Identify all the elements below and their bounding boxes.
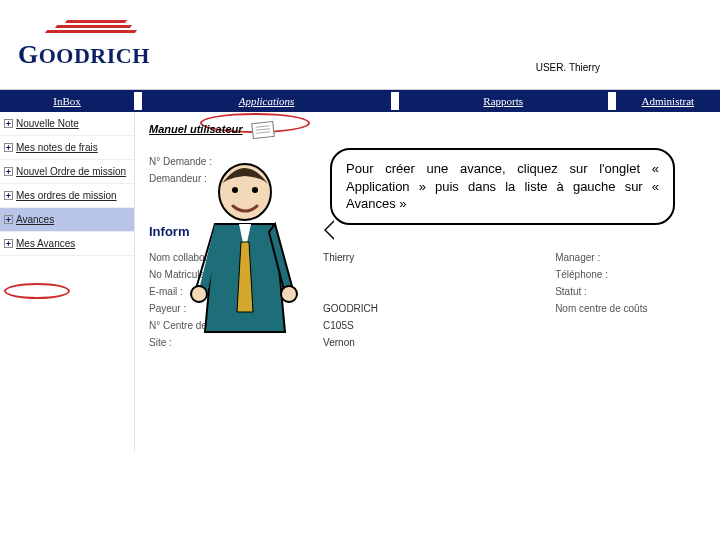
sidebar-item-mes-avances[interactable]: + Mes Avances [0, 232, 134, 256]
navbar: InBox Applications Rapports Administrat [0, 90, 720, 112]
tab-inbox[interactable]: InBox [0, 92, 134, 110]
svg-point-1 [232, 187, 238, 193]
sidebar-item-label: Mes notes de frais [16, 142, 98, 153]
header: GGOODRICHOODRICH USER. Thierry [0, 0, 720, 90]
expand-icon: + [4, 191, 13, 200]
document-icon [251, 121, 275, 139]
sidebar-item-mes-ordres[interactable]: + Mes ordres de mission [0, 184, 134, 208]
sidebar-item-label: Nouvel Ordre de mission [16, 166, 126, 177]
expand-icon: + [4, 119, 13, 128]
svg-point-2 [252, 187, 258, 193]
sidebar-item-label: Mes Avances [16, 238, 75, 249]
manual-link[interactable]: Manuel utilisateur [149, 122, 706, 138]
expand-icon: + [4, 167, 13, 176]
sidebar-item-nouvel-ordre[interactable]: + Nouvel Ordre de mission [0, 160, 134, 184]
help-bubble: Pour créer une avance, cliquez sur l'ong… [330, 148, 675, 225]
expand-icon: + [4, 215, 13, 224]
tab-administration[interactable]: Administrat [616, 92, 720, 110]
sidebar-item-label: Mes ordres de mission [16, 190, 117, 201]
sidebar-item-notes-frais[interactable]: + Mes notes de frais [0, 136, 134, 160]
tab-rapports[interactable]: Rapports [399, 92, 608, 110]
sidebar-item-label: Avances [16, 214, 54, 225]
sidebar-item-nouvelle-note[interactable]: + Nouvelle Note [0, 112, 134, 136]
brand-logo: GGOODRICHOODRICH [18, 40, 150, 70]
logo-text: GGOODRICHOODRICH [18, 43, 150, 68]
svg-point-4 [281, 286, 297, 302]
sidebar-item-avances[interactable]: + Avances [0, 208, 134, 232]
svg-point-3 [191, 286, 207, 302]
expand-icon: + [4, 239, 13, 248]
sidebar-item-label: Nouvelle Note [16, 118, 79, 129]
user-label: USER. Thierry [536, 62, 600, 73]
expand-icon: + [4, 143, 13, 152]
sidebar: + Nouvelle Note + Mes notes de frais + N… [0, 112, 135, 452]
tab-applications[interactable]: Applications [142, 92, 391, 110]
logo-stripes-icon [46, 20, 136, 35]
help-text: Pour créer une avance, cliquez sur l'ong… [346, 161, 659, 211]
avatar-illustration [185, 152, 305, 342]
